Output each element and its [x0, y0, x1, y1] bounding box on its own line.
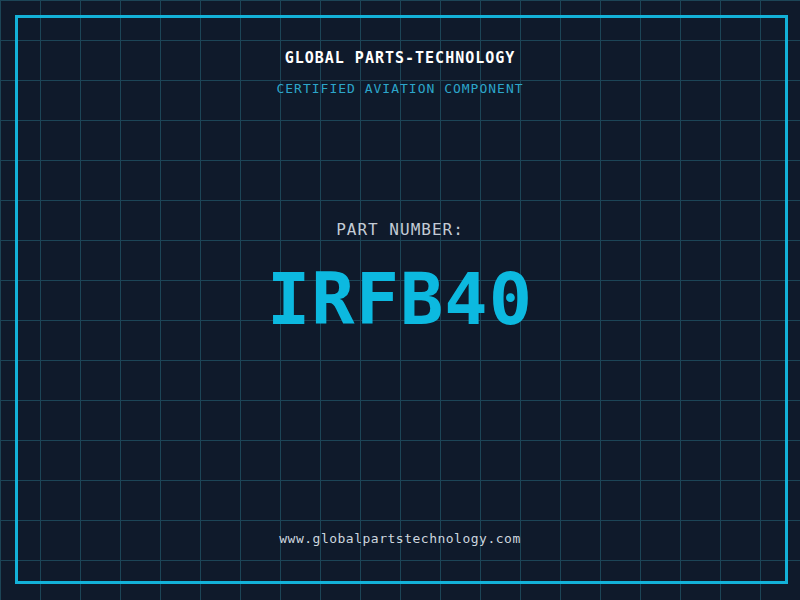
- website-url: www.globalpartstechnology.com: [0, 531, 800, 546]
- part-number-value: IRFB40: [0, 261, 800, 337]
- label-page: { "page": { "company_name": "GLOBAL PART…: [0, 0, 800, 600]
- part-number-label: PART NUMBER:: [0, 220, 800, 239]
- certification-label: CERTIFIED AVIATION COMPONENT: [0, 81, 800, 96]
- company-name: GLOBAL PARTS-TECHNOLOGY: [0, 49, 800, 67]
